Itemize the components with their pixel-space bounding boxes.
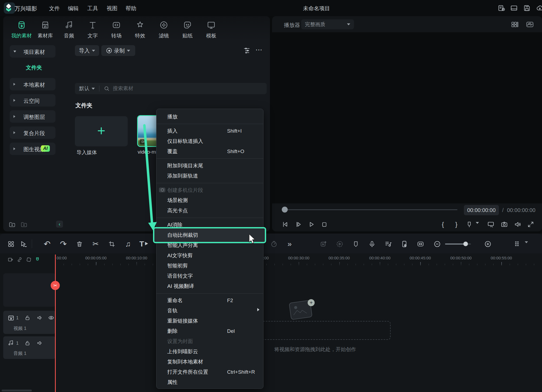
marker-dropdown-icon[interactable] <box>476 224 479 229</box>
search-input[interactable] <box>112 85 229 92</box>
menu-item-upload-to-cloud[interactable]: 上传到喵影云 <box>157 347 263 357</box>
video-track-header[interactable]: 1 视频 1 <box>3 311 55 334</box>
menu-item-open-file-location[interactable]: 打开文件所在位置Ctrl+Shift+R <box>157 367 263 377</box>
playhead-line[interactable] <box>55 255 56 392</box>
marker-flag-icon[interactable] <box>352 240 360 248</box>
menu-item-add-to-new-track[interactable]: 添加到新轨道 <box>157 171 263 181</box>
sidebar-item-cloud[interactable]: 云空间 <box>10 94 55 107</box>
delete-icon[interactable] <box>75 240 84 248</box>
snapping-magnet-icon[interactable] <box>34 257 40 263</box>
playhead-cut-button[interactable]: ✂ <box>51 281 60 290</box>
sidebar-item-project-media[interactable]: 项目素材 <box>10 45 55 58</box>
auto-ripple-icon[interactable] <box>26 257 32 263</box>
menu-item-speech-to-text[interactable]: 语音转文字 <box>157 271 263 281</box>
text-tool-icon[interactable]: T‣ <box>140 240 148 248</box>
next-frame-button[interactable] <box>294 220 303 229</box>
menu-item-ai-text-cut[interactable]: AI文字快剪 <box>157 250 263 261</box>
audio-track-header[interactable]: 1 音频 1 <box>3 336 55 359</box>
track-height-dropdown-icon[interactable] <box>525 243 528 248</box>
collapse-sidebar-button[interactable]: ‹ <box>56 221 63 228</box>
link-clips-icon[interactable] <box>17 257 23 263</box>
menu-item-relink-media[interactable]: 重新链接媒体 <box>157 316 263 326</box>
layout-grid-icon[interactable] <box>511 20 519 29</box>
filter-icon[interactable] <box>243 47 251 54</box>
mute-track-icon[interactable] <box>37 315 44 322</box>
workspace-layout-icon[interactable] <box>510 4 518 12</box>
menu-item-rename[interactable]: 重命名F2 <box>157 295 263 306</box>
preview-render-icon[interactable] <box>336 240 344 248</box>
previous-frame-button[interactable] <box>281 220 289 229</box>
zoom-in-icon[interactable] <box>484 240 492 248</box>
add-marker-icon[interactable] <box>8 257 13 263</box>
menu-help[interactable]: 帮助 <box>126 5 136 12</box>
snapshot-display-button[interactable] <box>487 220 495 229</box>
save-icon[interactable] <box>523 4 531 12</box>
sidebar-item-local-media[interactable]: 本地素材 <box>10 78 55 90</box>
stop-button[interactable] <box>320 220 329 229</box>
chevron-down-icon[interactable] <box>92 88 95 90</box>
hide-track-icon[interactable] <box>48 315 55 322</box>
undo-icon[interactable]: ↶ <box>43 240 51 248</box>
quality-dropdown[interactable]: 完整画质 <box>301 19 354 29</box>
crop-icon[interactable] <box>108 240 116 248</box>
sidebar-item-image-to-video[interactable]: 图生视频 AI <box>10 143 55 155</box>
scopes-icon[interactable] <box>526 20 534 29</box>
menu-item-copy-to-local[interactable]: 复制到本地素材 <box>157 357 263 367</box>
ai-video-tool-icon[interactable] <box>319 240 328 248</box>
sidebar-item-folder[interactable]: 文件夹 <box>26 64 42 71</box>
play-button[interactable] <box>307 220 316 229</box>
menu-item-smart-cut[interactable]: 智能初剪 <box>157 261 263 271</box>
menu-view[interactable]: 视图 <box>107 5 117 12</box>
menu-item-overwrite[interactable]: 覆盖Shift+O <box>157 146 263 157</box>
tab-templates[interactable]: 模板 <box>195 20 227 39</box>
split-scissors-icon[interactable]: ✂ <box>92 240 100 248</box>
select-tool-icon[interactable] <box>19 240 27 248</box>
record-button[interactable]: 录制 <box>101 45 135 56</box>
fit-timeline-icon[interactable] <box>416 240 425 248</box>
player-progress-bar[interactable] <box>286 209 457 210</box>
camera-snapshot-button[interactable] <box>500 220 509 229</box>
screen-record-icon[interactable] <box>400 240 408 248</box>
menu-item-vocal-separation[interactable]: 智能人声分离 <box>157 240 263 250</box>
audio-mixer-icon[interactable] <box>384 240 392 248</box>
menu-item-auto-reframe[interactable]: 自动比例裁切 <box>157 230 263 240</box>
marker-button[interactable] <box>465 220 474 229</box>
menu-item-audio-track[interactable]: 音轨 <box>157 306 263 316</box>
player-progress-handle[interactable] <box>282 207 288 213</box>
sort-dropdown[interactable]: 默认 <box>79 85 89 92</box>
media-browser-icon[interactable] <box>7 240 15 248</box>
new-folder-icon[interactable] <box>9 221 16 228</box>
import-media-tile[interactable]: + <box>75 116 128 146</box>
mute-track-icon[interactable] <box>37 340 44 347</box>
delete-folder-icon[interactable] <box>20 221 27 228</box>
menu-item-ai-video-translate[interactable]: AI 视频翻译 <box>157 281 263 291</box>
task-list-icon[interactable] <box>498 4 505 12</box>
menu-item-set-as-cover[interactable]: 设置为封面 <box>157 336 263 347</box>
volume-button[interactable] <box>513 220 522 229</box>
timeline-zoom-slider[interactable] <box>445 243 471 245</box>
menu-item-create-multicam[interactable]: 创建多机位片段 <box>157 185 263 195</box>
menu-tools[interactable]: 工具 <box>87 5 98 12</box>
player-viewport[interactable] <box>272 32 542 203</box>
import-button[interactable]: 导入 <box>75 45 99 56</box>
sidebar-item-adjustment-layer[interactable]: 调整图层 <box>10 110 55 123</box>
fullscreen-button[interactable] <box>526 220 535 229</box>
horizontal-scrollbar[interactable] <box>2 390 32 391</box>
menu-item-scene-detection[interactable]: 场景检测 <box>157 195 263 206</box>
menu-item-insert-target-track[interactable]: 仅目标轨道插入 <box>157 136 263 146</box>
voiceover-mic-icon[interactable] <box>368 240 376 248</box>
menu-file[interactable]: 文件 <box>49 5 60 12</box>
lock-track-icon[interactable] <box>24 340 31 347</box>
menu-edit[interactable]: 编辑 <box>68 5 79 12</box>
menu-item-append-to-project[interactable]: 附加到项目末尾 <box>157 161 263 171</box>
sidebar-item-compound-clip[interactable]: 复合片段 <box>10 126 55 139</box>
more-tools-icon[interactable]: » <box>286 240 294 248</box>
menu-item-delete[interactable]: 删除Del <box>157 326 263 336</box>
mark-in-button[interactable]: { <box>439 220 447 229</box>
speed-tool-icon[interactable] <box>270 240 278 248</box>
export-cloud-icon[interactable] <box>536 4 542 12</box>
menu-item-play[interactable]: 播放 <box>157 112 263 122</box>
audio-tool-icon[interactable]: ♫ <box>124 240 132 248</box>
track-height-icon[interactable] <box>513 240 522 248</box>
current-time[interactable]: 00:00:00:00 <box>464 205 499 215</box>
